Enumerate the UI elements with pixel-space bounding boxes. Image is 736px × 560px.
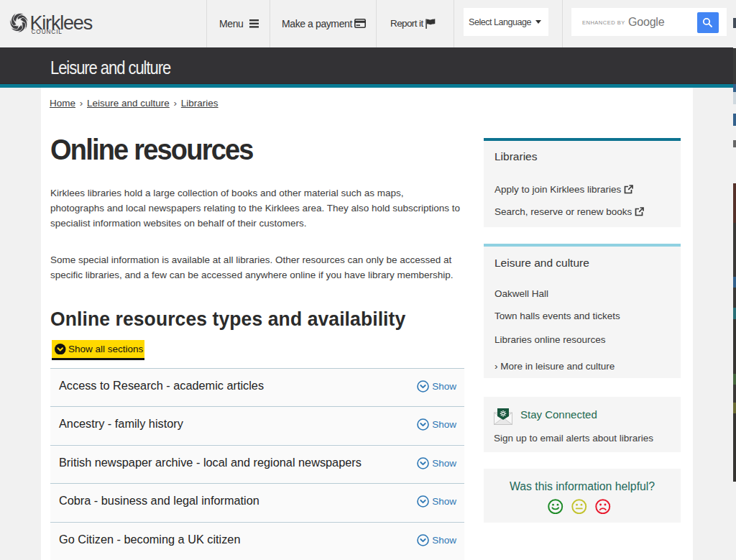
- svg-text:COUNCIL: COUNCIL: [32, 28, 63, 35]
